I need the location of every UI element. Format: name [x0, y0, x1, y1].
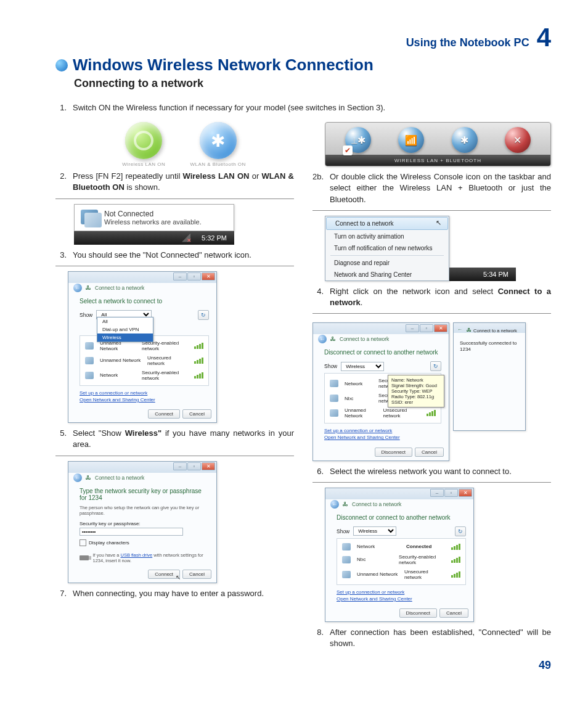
- window-heading: Disconnect or connect to another network: [337, 514, 466, 521]
- bt-on-caption: WLAN & Bluetooth ON: [190, 162, 245, 167]
- connected-window: –▫✕ ← 🖧 Connect to a network Disconnect …: [325, 488, 474, 622]
- window-subtext: The person who setup the network can giv…: [80, 505, 209, 516]
- close-button: ✕: [202, 272, 215, 280]
- disconnect-button: Disconnect: [375, 448, 413, 457]
- back-button: ←: [457, 327, 465, 334]
- setup-link: Set up a connection or network: [324, 427, 441, 434]
- step-num: 6.: [312, 466, 324, 477]
- network-row: Unnamed NetworkUnsecured network: [329, 406, 437, 420]
- nav-title: Connect to a network: [340, 336, 389, 342]
- tooltip-body: Wireless networks are available.: [104, 218, 202, 226]
- network-icon: [81, 210, 98, 224]
- display-chars-label: Display characters: [89, 539, 129, 545]
- network-row: Unnamed NetworkUnsecured network: [341, 567, 462, 582]
- refresh-button: ↻: [455, 526, 466, 536]
- sharing-center-link: Open Network and Sharing Center: [337, 595, 466, 602]
- refresh-button: ↻: [430, 361, 441, 371]
- disconnect-button: Disconnect: [399, 608, 438, 618]
- network-row: NbcSecurity-enabled network: [341, 552, 462, 567]
- bluetooth-on-icon: [200, 122, 237, 159]
- back-button: ←: [73, 473, 82, 482]
- cursthemselves-icon: ↖: [436, 219, 441, 227]
- close-button: ✕: [434, 324, 447, 332]
- step-2b: Or double click the Wireless Console ico…: [330, 171, 551, 205]
- menu-connect: Connect to a network↖: [326, 217, 448, 230]
- step-8: After connection has been established, "…: [330, 627, 551, 649]
- nav-title: Connect to a network: [352, 501, 401, 507]
- max-button: ▫: [187, 272, 201, 280]
- step-num: 8.: [312, 627, 324, 649]
- page-title: Windows Wireless Network Connection: [55, 55, 551, 75]
- section-header: Using the Notebook PC: [406, 36, 529, 49]
- title-text: Windows Wireless Network Connection: [73, 55, 374, 75]
- min-button: –: [406, 324, 419, 332]
- back-button: ←: [73, 284, 82, 292]
- nav-title: Connect to a network: [95, 475, 144, 481]
- step-2: Press [FN F2] repeatedly until Wireless …: [73, 171, 294, 193]
- step-num: 3.: [55, 250, 67, 261]
- network-row: NetworkSecurity-enabled network: [84, 368, 205, 383]
- bt-orb-icon: [452, 127, 478, 153]
- wlan-orb-icon: [398, 127, 424, 153]
- back-button: ←: [330, 500, 339, 509]
- wlan-on-caption: Wireless LAN ON: [122, 162, 165, 167]
- choose-network-window: –▫✕ ← 🖧 Connect to a network Disconnect …: [312, 322, 449, 460]
- menu-sharing-center: Network and Sharing Center: [325, 269, 449, 280]
- step-5: Select "Show Wireless" if you have many …: [73, 428, 294, 450]
- close-button: ✕: [202, 462, 215, 470]
- page-number: 49: [55, 659, 551, 672]
- show-label: Show: [324, 363, 337, 369]
- max-button: ▫: [420, 324, 433, 332]
- setup-link: Set up a connection or network: [80, 390, 209, 396]
- globe-icon: [55, 59, 68, 72]
- passphrase-input: [80, 528, 183, 536]
- off-orb-icon: [505, 127, 531, 153]
- menu-diagnose: Diagnose and repair: [325, 257, 449, 269]
- min-button: –: [173, 272, 187, 280]
- context-menu-figure: Connect to a network↖ Turn on activity a…: [325, 216, 551, 281]
- cancel-button: Cancel: [415, 448, 444, 457]
- display-chars-checkbox: [80, 539, 86, 546]
- wireless-badge-figure: Wireless LAN ON WLAN & Bluetooth ON: [74, 122, 294, 167]
- show-label: Show: [80, 312, 92, 318]
- window-heading: Type the network security key or passphr…: [80, 488, 209, 501]
- network-tooltip: Name: Network Signal Strength: Good Secu…: [388, 375, 444, 407]
- network-row: Unnamed NetworkUnsecured network: [84, 353, 205, 368]
- max-button: ▫: [444, 489, 458, 497]
- cancel-button: Cancel: [182, 409, 211, 419]
- menu-notification: Turn off notification of new networks: [325, 242, 449, 254]
- show-select: Wireless: [353, 526, 396, 536]
- menu-animation: Turn on activity animation: [325, 231, 449, 242]
- connect-button: Connect: [148, 409, 180, 419]
- step-3: You should see the "Not Connected" netwo…: [73, 250, 251, 261]
- cancel-button: Cancel: [182, 570, 211, 579]
- not-connected-figure: Not Connected Wireless networks are avai…: [74, 204, 234, 245]
- back-button: ←: [318, 335, 327, 343]
- success-panel: ← 🖧 Connect to a network Successfully co…: [453, 322, 526, 431]
- step-num: 2.: [55, 171, 67, 193]
- network-row: NetworkConnected: [341, 541, 462, 552]
- cancel-button: Cancel: [439, 608, 468, 618]
- clock: 5:32 PM: [202, 234, 227, 242]
- subtitle: Connecting to a network: [74, 77, 551, 90]
- tooltip-title: Not Connected: [104, 210, 202, 218]
- window-heading: Disconnect or connect to another network: [324, 349, 441, 356]
- key-label: Security key or passphrase:: [80, 521, 209, 526]
- wireless-console-figure: WIRELESS LAN + BLUETOOTH: [325, 122, 551, 166]
- step-num: 7.: [55, 588, 67, 599]
- step-6: Select the wireless network you want to …: [330, 466, 512, 477]
- usb-icon: [80, 555, 89, 560]
- setup-link: Set up a connection or network: [337, 589, 466, 595]
- step-4: Right click on the network icon and sele…: [330, 286, 551, 308]
- step-num: 5.: [55, 428, 67, 450]
- window-heading: Select a network to connect to: [80, 298, 209, 305]
- connect-button: Connect ↖: [148, 570, 180, 579]
- step-7: When connecting, you may have to enter a…: [73, 588, 264, 599]
- clock: 5:34 PM: [483, 271, 508, 278]
- max-button: ▫: [187, 462, 201, 470]
- sharing-center-link: Open Network and Sharing Center: [80, 396, 209, 403]
- min-button: –: [430, 489, 444, 497]
- nav-title: Connect to a network: [95, 285, 144, 291]
- min-button: –: [173, 462, 187, 470]
- usb-hint: If you have a USB flash drive with netwo…: [80, 552, 209, 563]
